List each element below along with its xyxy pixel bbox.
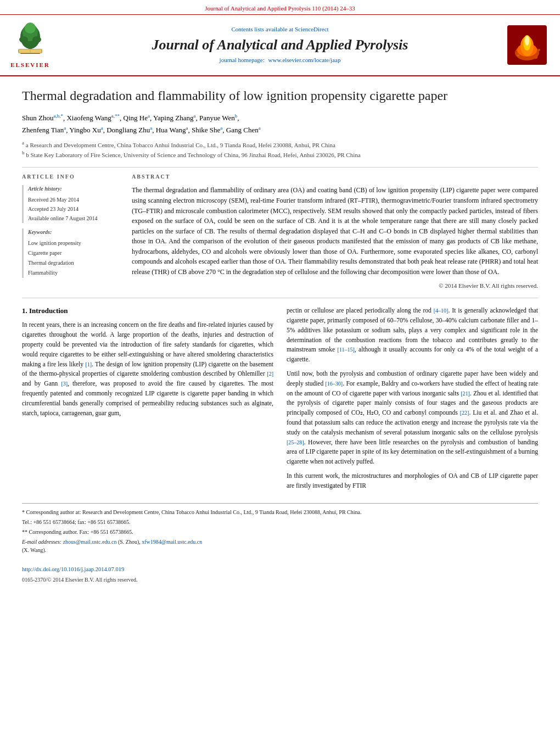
contents-text: Contents lists available at: [231, 26, 293, 32]
keywords-block: Keywords: Low ignition propensity Cigare…: [22, 228, 121, 278]
article-info-column: ARTICLE INFO Article history: Received 2…: [22, 173, 121, 290]
homepage-text: journal homepage:: [220, 57, 265, 63]
svg-point-17: [517, 54, 519, 57]
ref-21: [21]: [461, 390, 470, 397]
author-hua-wang: Hua Wang: [156, 126, 186, 134]
ref-25-28: [25–28]: [287, 439, 304, 445]
author-sup-8: a: [150, 125, 152, 131]
svg-point-18: [534, 55, 537, 59]
author-sup-9: a: [186, 125, 188, 131]
keywords-list: Low ignition propensity Cigarette paper …: [28, 238, 121, 278]
article-dates: Received 26 May 2014 Accepted 23 July 20…: [28, 195, 121, 223]
footnote-corresponding-1: * Corresponding author at: Research and …: [22, 508, 538, 516]
email-link-1[interactable]: zhous@mail.ustc.edu.cn: [63, 539, 117, 545]
author-zhenfeng-tian: Zhenfeng Tian: [22, 126, 64, 134]
author-sup-3: a: [148, 113, 150, 119]
license-line: 0165-2370/© 2014 Elsevier B.V. All right…: [22, 577, 137, 583]
abstract-heading: ABSTRACT: [132, 173, 538, 181]
ref-16-30: [16–30]: [326, 381, 343, 387]
journal-top-bar: Journal of Analytical and Applied Pyroly…: [0, 0, 560, 15]
author-yingbo-xu: Yingbo Xu: [69, 126, 100, 134]
author-sup-1: a,b,*: [53, 113, 63, 119]
pyrolysis-logo-icon: [507, 25, 547, 65]
intro-para-1: In recent years, there is an increasing …: [22, 320, 273, 418]
article-history-block: Article history: Received 26 May 2014 Ac…: [22, 185, 121, 223]
svg-point-7: [25, 23, 36, 34]
author-xiaofeng-wang: Xiaofeng Wang: [66, 114, 111, 122]
author-yaping-zhang: Yaping Zhang: [153, 114, 193, 122]
footnote-corresponding-2: ** Corresponding author. Fax: +86 551 65…: [22, 528, 538, 536]
introduction-section: 1. Introduction In recent years, there i…: [22, 306, 538, 495]
ref-1: [1]: [85, 361, 92, 367]
abstract-text: The thermal degradation and flammability…: [132, 185, 538, 277]
svg-point-6: [32, 36, 41, 43]
keyword-2: Cigarette paper: [28, 248, 121, 258]
ref-4-10: [4–10]: [434, 308, 449, 314]
author-shun-zhou: Shun Zhou: [22, 114, 53, 122]
section-divider-1: [22, 167, 538, 168]
keyword-3: Thermal degradation: [28, 258, 121, 268]
article-history-label: Article history:: [28, 185, 121, 193]
ref-3: [3]: [61, 381, 68, 387]
svg-point-5: [19, 36, 28, 43]
homepage-url[interactable]: www.elsevier.com/locate/jaap: [268, 57, 341, 63]
intro-para-3: Until now, both the pyrolysis and combus…: [287, 369, 538, 467]
journal-header: ELSEVIER Contents lists available at Sci…: [0, 15, 560, 76]
available-date: Available online 7 August 2014: [28, 214, 121, 223]
affiliation-b: b b State Key Laboratory of Fire Science…: [22, 149, 538, 159]
author-sup-5: b: [235, 113, 238, 119]
author-sup-7: a: [101, 125, 103, 131]
author-sup-6: a: [64, 125, 66, 131]
ref-11-15: [11–15]: [338, 347, 355, 353]
author-sup-2: a,**: [111, 113, 120, 119]
page: Journal of Analytical and Applied Pyroly…: [0, 0, 560, 596]
journal-center-info: Contents lists available at ScienceDirec…: [60, 25, 500, 64]
svg-point-20: [538, 49, 540, 51]
article-info-heading: ARTICLE INFO: [22, 173, 121, 181]
products-text: products: [506, 399, 528, 406]
accepted-date: Accepted 23 July 2014: [28, 204, 121, 214]
contents-line: Contents lists available at ScienceDirec…: [60, 25, 500, 34]
intro-col-left: 1. Introduction In recent years, there i…: [22, 306, 273, 495]
author-sup-4: a: [193, 113, 195, 119]
elsevier-tree-icon: [10, 20, 50, 60]
journal-title: Journal of Analytical and Applied Pyroly…: [60, 36, 500, 53]
homepage-line: journal homepage: www.elsevier.com/locat…: [60, 56, 500, 64]
section-divider-2: [22, 298, 538, 298]
received-date: Received 26 May 2014: [28, 195, 121, 204]
keyword-4: Flammability: [28, 268, 121, 278]
author-qing-he: Qing He: [124, 114, 148, 122]
authors-line: Shun Zhoua,b,*, Xiaofeng Wanga,**, Qing …: [22, 112, 538, 136]
copyright-line: © 2014 Elsevier B.V. All rights reserved…: [132, 282, 538, 290]
doi-link[interactable]: http://dx.doi.org/10.1016/j.jaap.2014.07…: [22, 566, 538, 574]
pyrolysis-logo-box: [507, 25, 547, 65]
sciencedirect-link[interactable]: ScienceDirect: [295, 26, 329, 32]
svg-point-19: [515, 51, 517, 52]
footnote-tel-fax: Tel.: +86 551 65738664; fax: +86 551 657…: [22, 518, 538, 526]
author-sup-10: a: [220, 125, 222, 131]
article-title: Thermal degradation and flammability of …: [22, 87, 538, 104]
elsevier-label: ELSEVIER: [10, 61, 50, 69]
journal-right-logo: [505, 25, 549, 65]
footnote-email: E-mail addresses: zhous@mail.ustc.edu.cn…: [22, 538, 538, 554]
intro-col-right: pectin or cellulose are placed periodica…: [287, 306, 538, 495]
article-info-abstract-section: ARTICLE INFO Article history: Received 2…: [22, 173, 538, 290]
article-content: Thermal degradation and flammability of …: [0, 76, 560, 596]
email-link-2[interactable]: xfw1984@mail.ustc.edu.cn: [142, 539, 202, 545]
footnotes-section: * Corresponding author at: Research and …: [22, 503, 538, 585]
journal-citation-link[interactable]: Journal of Analytical and Applied Pyroly…: [205, 5, 355, 12]
affiliations: a a Research and Development Centre, Chi…: [22, 140, 538, 159]
svg-point-16: [525, 36, 529, 46]
intro-para-4: In this current work, the microstructure…: [287, 471, 538, 491]
affiliation-a: a a Research and Development Centre, Chi…: [22, 140, 538, 149]
author-sup-11: a: [259, 125, 261, 131]
abstract-column: ABSTRACT The thermal degradation and fla…: [132, 173, 538, 290]
ref-22: [22]: [460, 410, 469, 416]
elsevier-logo: ELSEVIER: [5, 20, 55, 69]
footnote-blank: [22, 556, 538, 564]
intro-heading: 1. Introduction: [22, 306, 273, 316]
keyword-1: Low ignition propensity: [28, 238, 121, 248]
author-dongliang-zhu: Dongliang Zhu: [107, 126, 150, 134]
author-panyue-wen: Panyue Wen: [199, 114, 235, 122]
intro-para-2: pectin or cellulose are placed periodica…: [287, 306, 538, 365]
